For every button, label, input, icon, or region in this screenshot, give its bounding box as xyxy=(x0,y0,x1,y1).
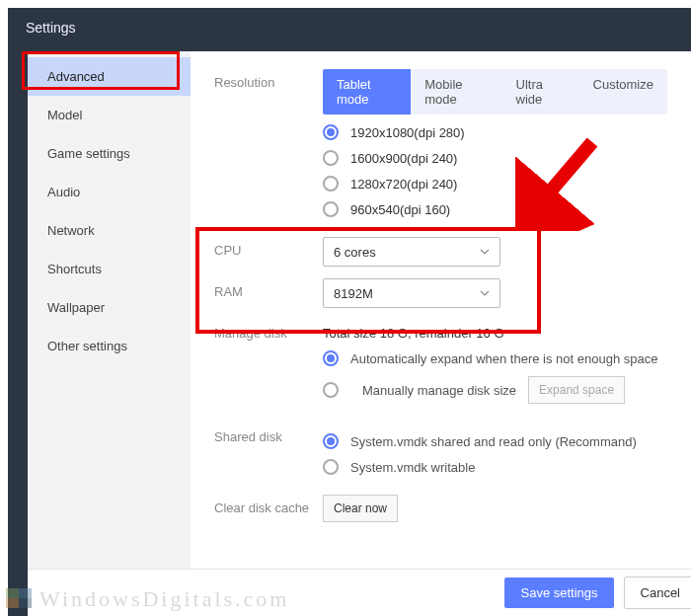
resolution-label: Resolution xyxy=(214,69,323,90)
sidebar-item-model[interactable]: Model xyxy=(28,96,191,134)
sidebar: Advanced Model Game settings Audio Netwo… xyxy=(28,51,191,569)
disk-option-label: Automatically expand when there is not e… xyxy=(350,351,657,366)
ram-label: RAM xyxy=(214,278,323,299)
clear-now-button[interactable]: Clear now xyxy=(323,495,398,522)
tab-ultra-wide[interactable]: Ultra wide xyxy=(502,69,579,115)
radio-icon xyxy=(323,124,339,140)
radio-icon xyxy=(323,150,339,166)
resolution-option-1600[interactable]: 1600x900(dpi 240) xyxy=(323,150,667,166)
shared-disk-option-label: System.vmdk shared and read only (Recomm… xyxy=(350,434,637,449)
cpu-value: 6 cores xyxy=(334,245,376,260)
radio-icon xyxy=(323,433,339,449)
shared-disk-writable[interactable]: System.vmdk writable xyxy=(323,459,667,475)
tab-mobile-mode[interactable]: Mobile mode xyxy=(411,69,501,115)
save-settings-button[interactable]: Save settings xyxy=(504,578,613,608)
content-area: Resolution Tablet mode Mobile mode Ultra… xyxy=(191,51,691,569)
sidebar-item-wallpaper[interactable]: Wallpaper xyxy=(28,288,191,327)
shared-disk-option-label: System.vmdk writable xyxy=(350,460,475,475)
radio-icon xyxy=(323,201,339,217)
tab-tablet-mode[interactable]: Tablet mode xyxy=(323,69,411,115)
disk-option-manual[interactable]: Manually manage disk size Expand space xyxy=(323,376,667,404)
resolution-option-1920[interactable]: 1920x1080(dpi 280) xyxy=(323,124,667,140)
expand-space-button[interactable]: Expand space xyxy=(528,376,625,404)
sidebar-item-game-settings[interactable]: Game settings xyxy=(28,134,191,173)
disk-summary: Total size 18 G, remainder 16 G xyxy=(323,320,667,341)
settings-panel: Advanced Model Game settings Audio Netwo… xyxy=(28,51,691,616)
clear-cache-label: Clear disk cache xyxy=(214,495,323,515)
resolution-option-960[interactable]: 960x540(dpi 160) xyxy=(323,201,667,217)
chevron-down-icon xyxy=(480,247,490,257)
disk-option-auto[interactable]: Automatically expand when there is not e… xyxy=(323,350,667,366)
shared-disk-readonly[interactable]: System.vmdk shared and read only (Recomm… xyxy=(323,433,667,449)
sidebar-item-advanced[interactable]: Advanced xyxy=(28,57,191,96)
ram-value: 8192M xyxy=(334,286,373,301)
sidebar-item-shortcuts[interactable]: Shortcuts xyxy=(28,250,191,288)
shared-disk-label: Shared disk xyxy=(214,424,323,444)
cpu-label: CPU xyxy=(214,237,323,258)
resolution-tabs: Tablet mode Mobile mode Ultra wide Custo… xyxy=(323,69,667,115)
disk-option-label: Manually manage disk size xyxy=(362,383,516,398)
sidebar-item-network[interactable]: Network xyxy=(28,211,191,250)
sidebar-item-audio[interactable]: Audio xyxy=(28,173,191,211)
radio-icon xyxy=(323,382,339,398)
tab-customize[interactable]: Customize xyxy=(579,69,667,115)
resolution-option-label: 1920x1080(dpi 280) xyxy=(350,125,465,140)
radio-icon xyxy=(323,459,339,475)
manage-disk-label: Manage disk xyxy=(214,320,323,341)
resolution-option-1280[interactable]: 1280x720(dpi 240) xyxy=(323,176,667,192)
cancel-button[interactable]: Cancel xyxy=(624,577,691,609)
ram-select[interactable]: 8192M xyxy=(323,278,500,308)
chevron-down-icon xyxy=(480,288,490,298)
radio-icon xyxy=(323,350,339,366)
cpu-select[interactable]: 6 cores xyxy=(323,237,500,267)
resolution-option-label: 960x540(dpi 160) xyxy=(350,202,450,217)
window-title: Settings xyxy=(8,8,691,47)
sidebar-item-other-settings[interactable]: Other settings xyxy=(28,327,191,365)
footer: Save settings Cancel xyxy=(28,569,691,616)
resolution-option-label: 1600x900(dpi 240) xyxy=(350,151,457,166)
resolution-option-label: 1280x720(dpi 240) xyxy=(350,177,457,192)
radio-icon xyxy=(323,176,339,192)
window-frame: Settings Advanced Model Game settings Au… xyxy=(8,8,691,616)
